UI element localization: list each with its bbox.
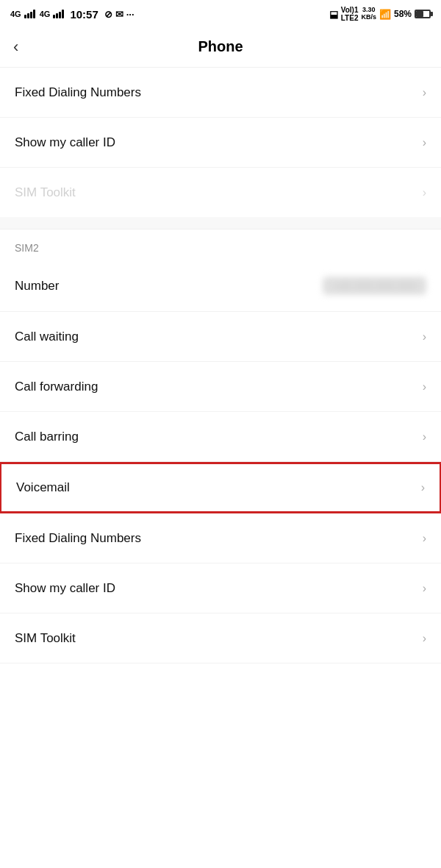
chevron-icon: › [423, 330, 426, 344]
status-left: 4G 4G 10:57 ⊘ ✉ ··· [10, 8, 135, 21]
chevron-icon: › [423, 632, 426, 645]
sim2-section: Call waiting › Call forwarding › Call ba… [0, 312, 441, 664]
call-barring-label: Call barring [15, 430, 79, 444]
fixed-dialing-2-item[interactable]: Fixed Dialing Numbers › [0, 513, 441, 563]
volte-indicator: Vol)1LTE2 [341, 6, 359, 22]
chevron-icon: › [421, 481, 425, 494]
wifi-icon: 📶 [379, 9, 391, 20]
page-title: Phone [13, 38, 428, 55]
sim-toolkit-2-item[interactable]: SIM Toolkit › [0, 613, 441, 664]
signal-bars-2 [53, 10, 64, 18]
chevron-icon: › [423, 582, 426, 595]
call-waiting-label: Call waiting [15, 330, 79, 344]
chevron-icon: › [423, 380, 426, 394]
fixed-dialing-2-label: Fixed Dialing Numbers [15, 531, 141, 546]
number-value: +00 000 000 000 [323, 277, 426, 295]
sim-toolkit-2-label: SIM Toolkit [15, 631, 76, 646]
chevron-icon: › [423, 136, 426, 149]
time: 10:57 [70, 8, 98, 21]
do-not-disturb-icon: ⊘ [104, 9, 112, 20]
more-icon: ··· [126, 9, 135, 20]
call-forwarding-label: Call forwarding [15, 380, 98, 394]
call-barring-item[interactable]: Call barring › [0, 412, 441, 462]
caller-id-2-label: Show my caller ID [15, 581, 115, 596]
message-icon: ✉ [115, 9, 123, 20]
voicemail-label: Voicemail [16, 480, 70, 495]
call-waiting-item[interactable]: Call waiting › [0, 312, 441, 362]
battery-icon [415, 10, 431, 18]
fixed-dialing-1-label: Fixed Dialing Numbers [15, 85, 141, 100]
section-gap [0, 218, 441, 230]
sim-toolkit-1-label: SIM Toolkit [15, 185, 76, 200]
sim2-label: SIM2 [15, 242, 39, 254]
status-bar: 4G 4G 10:57 ⊘ ✉ ··· ⬓ Vol)1LTE2 3.30KB/s… [0, 0, 441, 26]
sim-toolkit-1-item[interactable]: SIM Toolkit › [0, 168, 441, 218]
header: ‹ Phone [0, 26, 441, 68]
sim2-section-header: SIM2 [0, 230, 441, 260]
voicemail-item[interactable]: Voicemail › [0, 462, 441, 513]
back-button[interactable]: ‹ [13, 38, 18, 57]
chevron-icon: › [423, 532, 426, 545]
signal-bars-1 [24, 10, 35, 18]
battery-percent: 58% [394, 9, 412, 19]
caller-id-1-label: Show my caller ID [15, 135, 115, 150]
status-right: ⬓ Vol)1LTE2 3.30KB/s 📶 58% [329, 6, 431, 22]
number-item[interactable]: Number +00 000 000 000 [0, 260, 441, 312]
bluetooth-icon: ⬓ [329, 9, 338, 20]
data-speed: 3.30KB/s [361, 7, 376, 21]
signal-2: 4G [40, 10, 51, 18]
call-forwarding-item[interactable]: Call forwarding › [0, 362, 441, 412]
caller-id-1-item[interactable]: Show my caller ID › [0, 118, 441, 168]
chevron-icon: › [423, 430, 426, 444]
chevron-icon: › [423, 86, 426, 99]
number-label: Number [15, 279, 59, 294]
chevron-icon: › [423, 186, 426, 199]
sim1-section: Fixed Dialing Numbers › Show my caller I… [0, 68, 441, 218]
signal-1: 4G [10, 10, 21, 18]
fixed-dialing-1-item[interactable]: Fixed Dialing Numbers › [0, 68, 441, 118]
caller-id-2-item[interactable]: Show my caller ID › [0, 563, 441, 613]
